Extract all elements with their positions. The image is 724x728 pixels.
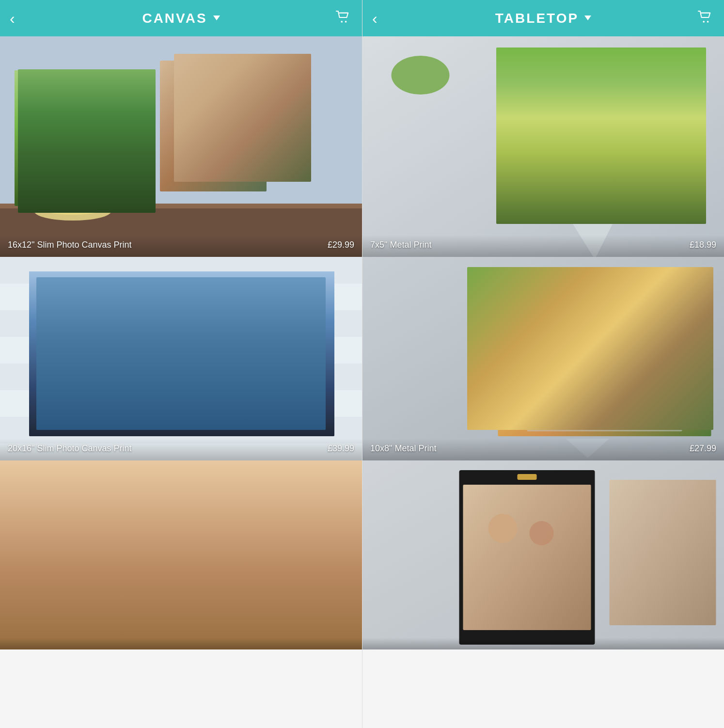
canvas-product-info-2: 20x16" Slim Photo Canvas Print £39.99	[0, 439, 362, 460]
svg-rect-12	[0, 257, 362, 284]
tabletop-cart-button[interactable]	[698, 11, 712, 26]
svg-point-33	[392, 56, 450, 95]
tabletop-product-price-1: £18.99	[690, 240, 716, 250]
canvas-dropdown-icon[interactable]	[213, 16, 220, 20]
svg-rect-50	[610, 480, 716, 625]
canvas-image-svg-1	[0, 36, 362, 257]
tabletop-image-svg-3	[362, 460, 724, 649]
svg-rect-47	[518, 474, 537, 480]
svg-point-25	[111, 514, 160, 562]
svg-rect-16	[0, 364, 362, 390]
svg-point-26	[174, 504, 213, 543]
svg-point-28	[703, 20, 705, 22]
canvas-image-svg-2	[0, 257, 362, 460]
tabletop-header: ‹ TABLETOP	[362, 0, 724, 36]
tabletop-image-svg-1	[362, 36, 724, 257]
tabletop-product-name-2: 10x8" Metal Print	[370, 443, 436, 454]
svg-rect-5	[15, 70, 141, 206]
svg-point-34	[595, 85, 624, 114]
tabletop-product-list: 7x5" Metal Print £18.99	[362, 36, 724, 728]
svg-rect-31	[532, 65, 687, 216]
cart-icon	[336, 11, 350, 23]
svg-point-41	[583, 299, 607, 322]
tabletop-product-info-1: 7x5" Metal Print £18.99	[362, 235, 724, 257]
canvas-product-image-3	[0, 460, 362, 649]
svg-point-10	[39, 193, 107, 209]
svg-rect-38	[527, 271, 682, 431]
svg-rect-35	[593, 114, 627, 162]
canvas-product-list: 16x12" Slim Photo Canvas Print £29.99	[0, 36, 362, 728]
canvas-product-info-3	[0, 638, 362, 649]
svg-point-49	[530, 521, 554, 545]
tabletop-product-name-1: 7x5" Metal Print	[370, 240, 431, 250]
svg-rect-24	[0, 460, 362, 649]
svg-rect-6	[15, 70, 141, 206]
canvas-product-card-3[interactable]	[0, 460, 362, 649]
tabletop-product-card-2[interactable]: 10x8" Metal Print £27.99	[362, 257, 724, 460]
svg-point-43	[614, 314, 635, 335]
svg-point-1	[345, 20, 347, 22]
svg-rect-17	[0, 390, 362, 417]
canvas-product-name-2: 20x16" Slim Photo Canvas Print	[8, 443, 132, 454]
canvas-product-card-2[interactable]: 20x16" Slim Photo Canvas Print £39.99	[0, 257, 362, 460]
app-container: ‹ CANVAS	[0, 0, 724, 728]
canvas-product-price-2: £39.99	[328, 443, 354, 454]
canvas-product-card-1[interactable]: 16x12" Slim Photo Canvas Print £29.99	[0, 36, 362, 257]
tabletop-back-button[interactable]: ‹	[372, 11, 378, 26]
svg-point-8	[34, 201, 111, 221]
canvas-product-image-1	[0, 36, 362, 257]
canvas-title: CANVAS	[142, 11, 220, 26]
tabletop-product-card-3[interactable]	[362, 460, 724, 649]
svg-point-9	[36, 197, 109, 215]
canvas-back-button[interactable]: ‹	[10, 11, 15, 26]
canvas-product-price-1: £29.99	[328, 240, 354, 250]
svg-rect-37	[498, 271, 711, 436]
tabletop-panel: ‹ TABLETOP	[362, 0, 724, 728]
canvas-product-info-1: 16x12" Slim Photo Canvas Print £29.99	[0, 235, 362, 257]
tabletop-product-image-1	[362, 36, 724, 257]
tabletop-image-svg-2	[362, 257, 724, 460]
svg-point-29	[707, 20, 709, 22]
svg-rect-15	[0, 337, 362, 364]
svg-point-22	[167, 383, 201, 402]
svg-rect-7	[160, 61, 267, 191]
svg-point-27	[70, 540, 104, 574]
svg-rect-20	[29, 271, 334, 436]
svg-rect-14	[0, 310, 362, 337]
svg-point-23	[173, 364, 190, 382]
tabletop-title: TABLETOP	[495, 11, 591, 26]
svg-point-40	[552, 306, 580, 333]
tabletop-cart-icon	[698, 11, 712, 23]
tabletop-product-info-2: 10x8" Metal Print £27.99	[362, 439, 724, 460]
svg-point-42	[532, 320, 551, 339]
canvas-panel: ‹ CANVAS	[0, 0, 362, 728]
tabletop-product-price-2: £27.99	[690, 443, 716, 454]
tabletop-product-info-3	[362, 638, 724, 649]
svg-rect-4	[0, 204, 362, 208]
canvas-image-svg-3	[0, 460, 362, 649]
svg-rect-46	[463, 485, 591, 630]
canvas-header: ‹ CANVAS	[0, 0, 362, 36]
svg-point-48	[488, 514, 518, 543]
canvas-product-image-2	[0, 257, 362, 460]
tabletop-dropdown-icon[interactable]	[584, 16, 591, 20]
tabletop-product-card-1[interactable]: 7x5" Metal Print £18.99	[362, 36, 724, 257]
canvas-product-name-1: 16x12" Slim Photo Canvas Print	[8, 240, 132, 250]
canvas-title-text: CANVAS	[142, 11, 207, 26]
svg-point-0	[341, 20, 343, 22]
tabletop-title-text: TABLETOP	[495, 11, 579, 26]
svg-rect-13	[0, 284, 362, 310]
svg-rect-21	[29, 271, 334, 436]
tabletop-product-image-3	[362, 460, 724, 649]
tabletop-product-image-2	[362, 257, 724, 460]
canvas-cart-button[interactable]	[336, 11, 350, 26]
